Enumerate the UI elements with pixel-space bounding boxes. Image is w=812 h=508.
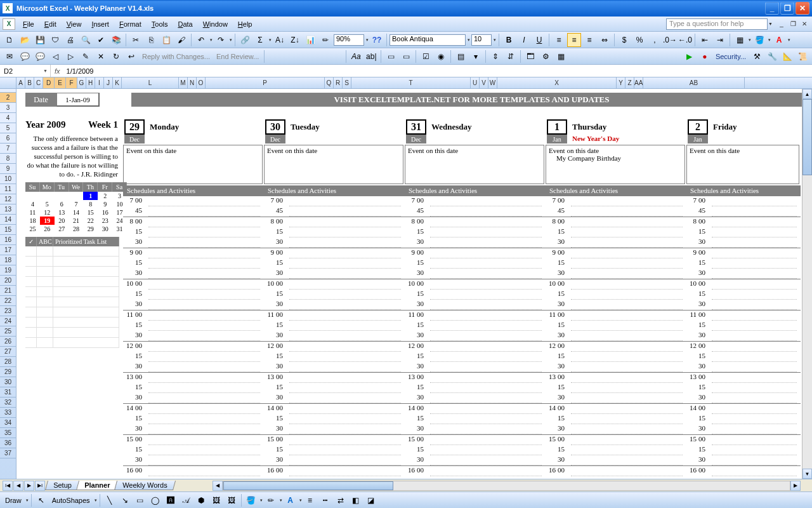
name-box[interactable]: D2 xyxy=(0,65,51,77)
sheet-tab-weekly-words[interactable]: Weekly Words xyxy=(114,481,176,490)
col-header-S[interactable]: S xyxy=(343,77,351,88)
line-icon[interactable]: ╲ xyxy=(103,493,117,507)
row-header-8[interactable]: 8 xyxy=(0,154,16,164)
line-color-icon[interactable]: ✏ xyxy=(264,493,278,507)
mini-cal-day[interactable] xyxy=(55,192,69,200)
time-slot[interactable]: 30 xyxy=(123,393,264,403)
col-header-X[interactable]: X xyxy=(497,77,617,88)
event-box[interactable]: Event on this date xyxy=(123,145,263,184)
toggle-grid-icon[interactable]: ▦ xyxy=(554,50,568,64)
col-header-AA[interactable]: AA xyxy=(634,77,643,88)
time-slot[interactable]: 30 xyxy=(405,362,546,372)
task-row[interactable] xyxy=(25,246,119,257)
time-slot[interactable]: 1300 xyxy=(123,373,264,383)
horizontal-scrollbar[interactable]: ◀ ▶ xyxy=(213,481,801,491)
time-slot[interactable]: 15 xyxy=(123,321,264,331)
print-icon[interactable]: 🖨 xyxy=(63,33,77,47)
time-slot[interactable]: 45 xyxy=(686,206,801,217)
time-slot[interactable]: 30 xyxy=(405,331,546,341)
row-header-23[interactable]: 23 xyxy=(0,306,16,316)
time-slot[interactable]: 15 xyxy=(546,258,686,269)
time-slot[interactable]: 15 xyxy=(546,414,686,424)
time-slot[interactable]: 900 xyxy=(264,248,405,258)
time-slot[interactable]: 15 xyxy=(264,414,405,424)
time-slot[interactable]: 15 xyxy=(405,445,546,455)
row-header-28[interactable]: 28 xyxy=(0,357,16,367)
mini-cal-day[interactable]: 27 xyxy=(55,225,69,233)
track-changes-icon[interactable]: ↻ xyxy=(109,50,123,64)
sort-asc-icon[interactable]: A↓ xyxy=(273,33,287,47)
time-slot[interactable]: 15 xyxy=(405,321,546,331)
sheet-tab-setup[interactable]: Setup xyxy=(45,481,80,490)
time-slot[interactable]: 15 xyxy=(686,258,801,269)
time-slot[interactable]: 15 xyxy=(264,445,405,455)
security-button[interactable]: Security... xyxy=(713,53,749,60)
time-slot[interactable]: 1000 xyxy=(123,279,264,290)
time-slot[interactable]: 700 xyxy=(264,196,405,206)
time-slot[interactable]: 1000 xyxy=(264,279,405,290)
col-header-H[interactable]: H xyxy=(86,77,95,88)
vscroll-thumb[interactable] xyxy=(802,99,812,175)
cut-icon[interactable]: ✂ xyxy=(129,33,143,47)
col-header-N[interactable]: N xyxy=(188,77,197,88)
doc-close-button[interactable]: ✕ xyxy=(799,20,809,29)
autoshapes-menu[interactable]: AutoShapes xyxy=(49,497,93,504)
time-slot[interactable]: 30 xyxy=(123,331,264,341)
code-icon[interactable]: ⚙ xyxy=(539,50,553,64)
time-slot[interactable]: 15 xyxy=(546,290,686,300)
arrow-style-icon[interactable]: ⇄ xyxy=(334,493,348,507)
row-header-9[interactable]: 9 xyxy=(0,164,16,174)
picture-icon[interactable]: 🖼 xyxy=(225,493,239,507)
mini-cal-day[interactable]: 7 xyxy=(69,200,84,208)
select-objects-icon[interactable]: ↖ xyxy=(34,493,48,507)
event-box[interactable]: Event on this date xyxy=(264,145,403,184)
time-slot[interactable]: 1000 xyxy=(405,279,546,290)
doc-restore-button[interactable]: ❐ xyxy=(788,20,798,29)
option-control-icon[interactable]: ◉ xyxy=(434,50,448,64)
time-slot[interactable]: 1600 xyxy=(686,466,801,476)
time-slot[interactable]: 1300 xyxy=(546,373,686,383)
print-preview-icon[interactable]: 🔍 xyxy=(79,33,93,47)
3d-icon[interactable]: ◪ xyxy=(364,493,378,507)
spinner-control-icon[interactable]: ⇵ xyxy=(504,50,518,64)
time-slot[interactable]: 45 xyxy=(123,206,264,217)
col-header-P[interactable]: P xyxy=(206,77,325,88)
col-header-A[interactable]: A xyxy=(16,77,25,88)
mini-cal-day[interactable]: 9 xyxy=(98,200,112,208)
time-slot[interactable]: 1500 xyxy=(264,435,405,445)
mini-cal-day[interactable]: 6 xyxy=(55,200,69,208)
fill-color2-icon[interactable]: 🪣 xyxy=(244,493,258,507)
font-color-icon[interactable]: A xyxy=(772,33,786,47)
row-header-6[interactable]: 6 xyxy=(0,133,16,144)
time-slot[interactable]: 15 xyxy=(405,414,546,424)
time-slot[interactable]: 1600 xyxy=(123,466,264,476)
scroll-down-button[interactable]: ▼ xyxy=(802,469,812,479)
design-mode-icon[interactable]: 📐 xyxy=(780,50,794,64)
time-slot[interactable]: 1500 xyxy=(686,435,801,445)
time-slot[interactable]: 30 xyxy=(264,300,405,310)
scroll-left-button[interactable]: ◀ xyxy=(213,481,223,491)
col-header-L[interactable]: L xyxy=(122,77,179,88)
row-header-12[interactable]: 12 xyxy=(0,194,16,204)
time-slot[interactable]: 1200 xyxy=(264,342,405,352)
bold-icon[interactable]: B xyxy=(502,33,516,47)
row-header-26[interactable]: 26 xyxy=(0,337,16,347)
format-painter-icon[interactable]: 🖌 xyxy=(174,33,188,47)
wordart-icon[interactable]: 𝒜 xyxy=(179,493,193,507)
time-slot[interactable]: 15 xyxy=(686,227,801,237)
groupbox-control-icon[interactable]: ▭ xyxy=(384,50,398,64)
time-slot[interactable]: 900 xyxy=(686,248,801,258)
col-header-O[interactable]: O xyxy=(197,77,206,88)
task-row[interactable] xyxy=(25,318,119,328)
open-icon[interactable]: 📂 xyxy=(18,33,32,47)
event-box[interactable]: Event on this date xyxy=(405,145,544,184)
help-icon[interactable]: ?? xyxy=(370,33,384,47)
record-macro-icon[interactable]: ● xyxy=(698,50,712,64)
time-slot[interactable]: 30 xyxy=(686,424,801,434)
task-row[interactable] xyxy=(25,307,119,318)
task-row[interactable] xyxy=(25,257,119,267)
time-slot[interactable]: 900 xyxy=(123,248,264,258)
mini-cal-day[interactable]: 16 xyxy=(98,208,112,217)
row-header-19[interactable]: 19 xyxy=(0,265,16,276)
time-slot[interactable]: 30 xyxy=(546,269,686,279)
